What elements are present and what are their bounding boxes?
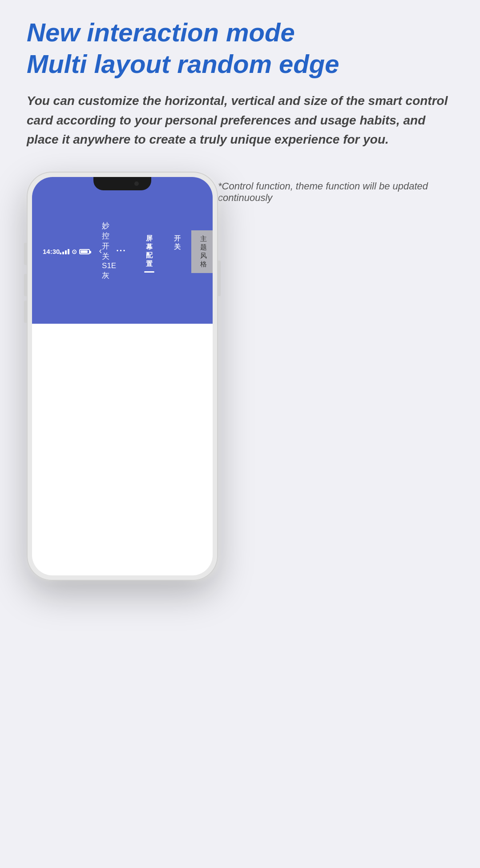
page-title: New interaction mode xyxy=(27,18,453,48)
notch xyxy=(93,177,151,190)
page-subtitle: Multi layout random edge xyxy=(27,49,453,79)
tab-bar: 屏幕配置 开关 xyxy=(135,231,191,273)
back-button[interactable]: ‹ xyxy=(99,245,102,256)
navigation-bar: ‹ 妙控开关 S1E 灰 ··· xyxy=(90,217,135,286)
wifi-icon: ⊙ xyxy=(72,248,77,255)
status-time: 14:30 xyxy=(43,248,60,255)
status-icons: ⊙ xyxy=(60,248,90,255)
signal-icon xyxy=(60,249,69,254)
page-description: You can customize the horizontal, vertic… xyxy=(27,91,453,149)
tab-screen-config[interactable]: 屏幕配置 xyxy=(144,231,154,273)
tab-switch[interactable]: 开关 xyxy=(172,231,182,273)
footer-note: *Control function, theme function will b… xyxy=(218,181,453,581)
phone-shell: 14:30 ⊙ ‹ 妙控开关 S1E 灰 xyxy=(27,172,218,581)
section-header: 主题风格 xyxy=(191,230,213,273)
phone-screen: 14:30 ⊙ ‹ 妙控开关 S1E 灰 xyxy=(32,177,213,575)
phone-mockup: 14:30 ⊙ ‹ 妙控开关 S1E 灰 xyxy=(27,172,453,581)
camera-dot xyxy=(134,181,139,186)
status-bar: 14:30 ⊙ ‹ 妙控开关 S1E 灰 xyxy=(32,177,213,324)
nav-title: 妙控开关 S1E 灰 xyxy=(102,221,116,281)
more-button[interactable]: ··· xyxy=(116,245,126,256)
battery-icon xyxy=(79,249,90,254)
